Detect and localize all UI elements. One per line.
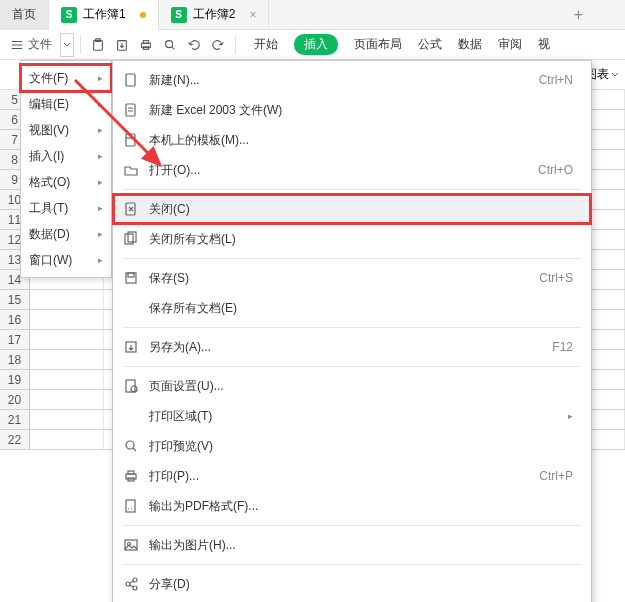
submenu-item[interactable]: 关闭(C) [113,194,591,224]
submenu-label: 关闭所有文档(L) [149,231,573,248]
menu-item[interactable]: 工具(T)▸ [21,195,111,221]
wps-sheet-icon: S [171,7,187,23]
file-menu-button[interactable]: 文件 [6,33,58,57]
submenu-item[interactable]: 本机上的模板(M)... [113,125,591,155]
cell[interactable] [30,330,104,349]
tab-workbook1[interactable]: S 工作簿1 [49,0,159,30]
ribbon-tab-data[interactable]: 数据 [458,36,482,53]
chevron-right-icon: ▸ [98,255,103,265]
row-header[interactable]: 15 [0,290,30,309]
menu-item-label: 工具(T) [29,200,68,217]
row-header[interactable]: 16 [0,310,30,329]
menu-item[interactable]: 编辑(E)▸ [21,91,111,117]
tab-label: 工作簿1 [83,6,126,23]
tab-workbook2[interactable]: S 工作簿2 × [159,0,270,30]
menu-separator [123,189,581,190]
submenu-label: 打印预览(V) [149,438,573,455]
ribbon-tab-review[interactable]: 审阅 [498,36,522,53]
new-tab-button[interactable]: + [562,6,595,24]
cell[interactable] [30,370,104,389]
shortcut-label: Ctrl+N [539,73,573,87]
close-icon[interactable]: × [249,8,256,22]
submenu-item[interactable]: 新建(N)...Ctrl+N [113,65,591,95]
menu-separator [123,525,581,526]
cell[interactable] [30,290,104,309]
svg-rect-25 [126,500,135,512]
ribbon-tab-page-layout[interactable]: 页面布局 [354,36,402,53]
separator [80,36,81,54]
ribbon-tab-insert[interactable]: 插入 [294,34,338,55]
submenu-item[interactable]: 关闭所有文档(L) [113,224,591,254]
svg-rect-11 [126,104,135,116]
submenu-label: 保存所有文档(E) [149,300,573,317]
menu-item[interactable]: 格式(O)▸ [21,169,111,195]
paste-button[interactable] [87,33,109,57]
menu-item[interactable]: 插入(I)▸ [21,143,111,169]
submenu-item[interactable]: 页面设置(U)... [113,371,591,401]
page-setup-icon [123,378,139,394]
ribbon-tab-view[interactable]: 视 [538,36,550,53]
preview-icon [123,438,139,454]
submenu-item[interactable]: 打印预览(V) [113,431,591,461]
submenu-item[interactable]: 打印(P)...Ctrl+P [113,461,591,491]
svg-rect-26 [125,540,137,550]
chevron-right-icon: ▸ [568,411,573,421]
shortcut-label: Ctrl+P [539,469,573,483]
submenu-item[interactable]: 保存(S)Ctrl+S [113,263,591,293]
pdf-icon [123,498,139,514]
preview-button[interactable] [159,33,181,57]
tab-label: 工作簿2 [193,6,236,23]
row-header[interactable]: 19 [0,370,30,389]
chevron-right-icon: ▸ [98,73,103,83]
tab-home[interactable]: 首页 [0,0,49,30]
cell[interactable] [30,430,104,449]
submenu-item[interactable]: 打印区域(T)▸ [113,401,591,431]
row-header[interactable]: 22 [0,430,30,449]
cell[interactable] [30,310,104,329]
menu-item[interactable]: 数据(D)▸ [21,221,111,247]
menu-item-label: 编辑(E) [29,96,69,113]
submenu-label: 分享(D) [149,576,573,593]
chevron-down-icon [63,41,71,49]
chevron-right-icon: ▸ [98,151,103,161]
file-dropdown-button[interactable] [60,33,74,57]
cell[interactable] [30,410,104,429]
submenu-item[interactable]: 分享(D) [113,569,591,599]
submenu-item[interactable]: 另存为(A)...F12 [113,332,591,362]
blank-icon [123,300,139,316]
row-header[interactable]: 17 [0,330,30,349]
row-header[interactable]: 21 [0,410,30,429]
ribbon-tab-formula[interactable]: 公式 [418,36,442,53]
redo-button[interactable] [207,33,229,57]
menu-separator [123,366,581,367]
export-button[interactable] [111,33,133,57]
modified-dot-icon [140,12,146,18]
menu-item[interactable]: 文件(F)▸ [21,65,111,91]
menu-item[interactable]: 窗口(W)▸ [21,247,111,273]
separator [235,36,236,54]
row-header[interactable]: 18 [0,350,30,369]
menu-item-label: 插入(I) [29,148,64,165]
submenu-item[interactable]: 新建 Excel 2003 文件(W) [113,95,591,125]
undo-button[interactable] [183,33,205,57]
submenu-label: 新建(N)... [149,72,529,89]
submenu-item[interactable]: 打开(O)...Ctrl+O [113,155,591,185]
shortcut-label: F12 [552,340,573,354]
submenu-item[interactable]: 保存所有文档(E) [113,293,591,323]
image-icon [123,537,139,553]
cell[interactable] [30,350,104,369]
submenu-item[interactable]: 输出为PDF格式(F)... [113,491,591,521]
menu-item-label: 视图(V) [29,122,69,139]
tab-home-label: 首页 [12,6,36,23]
print-icon [123,468,139,484]
close-icon [123,201,139,217]
menu-item[interactable]: 视图(V)▸ [21,117,111,143]
cell[interactable] [30,390,104,409]
print-button[interactable] [135,33,157,57]
submenu-item[interactable]: 输出为图片(H)... [113,530,591,560]
row-header[interactable]: 20 [0,390,30,409]
submenu-label: 保存(S) [149,270,529,287]
chevron-down-icon [611,71,619,79]
submenu-label: 打开(O)... [149,162,528,179]
ribbon-tab-start[interactable]: 开始 [254,36,278,53]
